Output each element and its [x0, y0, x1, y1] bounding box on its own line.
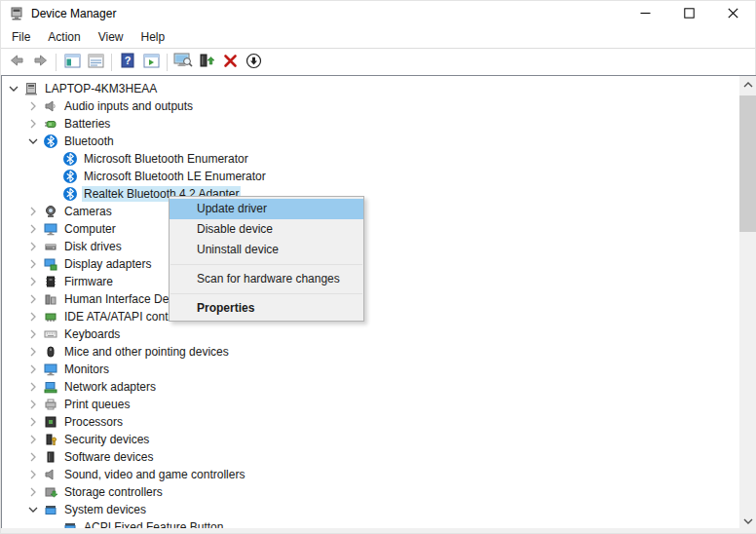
system-icon [43, 502, 58, 517]
scan-hardware-button[interactable] [171, 51, 195, 74]
tree-item-network-adapters[interactable]: Network adapters [2, 378, 739, 396]
scroll-down-button[interactable] [739, 513, 756, 529]
tree-item-storage-controllers[interactable]: Storage controllers [2, 483, 739, 501]
chevron-collapsed-icon[interactable] [25, 362, 41, 377]
tree-item-label: Batteries [62, 116, 112, 132]
tree-item-bluetooth[interactable]: Bluetooth [2, 133, 739, 150]
context-menu-item-disable-device[interactable]: Disable device [170, 219, 363, 240]
menu-file[interactable]: File [3, 27, 39, 47]
uninstall-device-button[interactable] [218, 51, 242, 74]
tree-item-audio-inputs-and-outputs[interactable]: Audio inputs and outputs [2, 97, 739, 115]
chevron-collapsed-icon[interactable] [25, 344, 41, 360]
chevron-collapsed-icon[interactable] [25, 274, 41, 289]
tree-item-label: Audio inputs and outputs [62, 98, 195, 114]
tree-item-sound-video-and-game-controllers[interactable]: Sound, video and game controllers [2, 466, 739, 483]
tree-item-human-interface-devices[interactable]: Human Interface Devices [2, 290, 739, 308]
properties-button[interactable] [84, 51, 107, 74]
chevron-collapsed-icon[interactable] [25, 379, 41, 395]
action-pane-button[interactable] [139, 51, 163, 74]
help-button[interactable]: ? [116, 51, 139, 74]
chevron-collapsed-icon[interactable] [25, 116, 41, 132]
processor-icon [43, 414, 58, 430]
forward-arrow-button[interactable] [28, 51, 52, 74]
menu-action[interactable]: Action [39, 27, 89, 47]
tree-item-mice-and-other-pointing-devices[interactable]: Mice and other pointing devices [2, 343, 739, 361]
close-button[interactable] [711, 1, 755, 26]
chevron-collapsed-icon[interactable] [25, 484, 41, 500]
tree-item-display-adapters[interactable]: Display adapters [2, 255, 739, 273]
tree-item-print-queues[interactable]: Print queues [2, 396, 739, 413]
context-menu-item-uninstall-device[interactable]: Uninstall device [170, 240, 363, 260]
window-title: Device Manager [31, 7, 116, 20]
scan-hardware-icon [173, 53, 193, 72]
context-menu-item-update-driver[interactable]: Update driver [170, 199, 363, 219]
show-console-tree-button[interactable] [60, 51, 84, 74]
back-arrow-button[interactable] [5, 51, 28, 74]
tree-item-laptop-4km3heaa[interactable]: LAPTOP-4KM3HEAA [2, 80, 739, 97]
chevron-collapsed-icon[interactable] [25, 221, 41, 237]
tree-item-system-devices[interactable]: System devices [2, 501, 739, 518]
chevron-placeholder [45, 151, 60, 167]
chevron-collapsed-icon[interactable] [25, 326, 41, 342]
device-tree: LAPTOP-4KM3HEAAAudio inputs and outputsB… [2, 76, 739, 529]
tree-item-cameras[interactable]: Cameras [2, 203, 739, 220]
context-menu-item-properties[interactable]: Properties [170, 298, 363, 319]
network-icon [43, 379, 58, 395]
tree-item-software-devices[interactable]: Software devices [2, 448, 739, 466]
tree-item-processors[interactable]: Processors [2, 413, 739, 431]
minimize-icon [640, 5, 651, 22]
chevron-expanded-icon[interactable] [6, 81, 21, 96]
maximize-button[interactable] [667, 1, 711, 26]
tree-item-microsoft-bluetooth-le-enumerator[interactable]: Microsoft Bluetooth LE Enumerator [2, 168, 739, 185]
maximize-icon [684, 5, 695, 22]
menu-help[interactable]: Help [132, 27, 174, 47]
tree-item-realtek-bluetooth-4-2-adapter[interactable]: Realtek Bluetooth 4.2 Adapter [2, 185, 739, 203]
tree-item-batteries[interactable]: Batteries [2, 115, 739, 133]
action-pane-icon [143, 54, 160, 72]
chevron-collapsed-icon[interactable] [25, 309, 41, 324]
tree-item-label: Mice and other pointing devices [62, 344, 231, 360]
uninstall-device-icon [223, 54, 238, 72]
tree-item-label: System devices [62, 502, 148, 517]
tree-item-microsoft-bluetooth-enumerator[interactable]: Microsoft Bluetooth Enumerator [2, 150, 739, 168]
tree-item-label: Bluetooth [62, 134, 116, 149]
chevron-collapsed-icon[interactable] [25, 449, 41, 465]
tree-item-computer[interactable]: Computer [2, 220, 739, 238]
chevron-collapsed-icon[interactable] [25, 467, 41, 482]
chevron-collapsed-icon[interactable] [25, 432, 41, 447]
chevron-collapsed-icon[interactable] [25, 256, 41, 272]
chevron-collapsed-icon[interactable] [25, 291, 41, 307]
forward-arrow-icon [32, 53, 49, 72]
security-icon [43, 432, 58, 447]
tree-item-monitors[interactable]: Monitors [2, 361, 739, 378]
toolbar-separator [167, 54, 168, 71]
update-driver-button[interactable] [195, 51, 218, 74]
disable-device-button[interactable] [242, 51, 265, 74]
chevron-expanded-icon[interactable] [25, 502, 41, 517]
tree-item-label: Network adapters [62, 379, 158, 395]
monitor-icon [43, 221, 58, 237]
chevron-expanded-icon[interactable] [25, 134, 41, 149]
mouse-icon [43, 344, 58, 360]
tree-item-disk-drives[interactable]: Disk drives [2, 238, 739, 255]
chevron-collapsed-icon[interactable] [25, 414, 41, 430]
chevron-collapsed-icon[interactable] [25, 98, 41, 114]
tree-item-label: Cameras [62, 204, 114, 219]
minimize-button[interactable] [624, 1, 667, 26]
chevron-collapsed-icon[interactable] [25, 397, 41, 412]
audio-icon [43, 98, 58, 114]
tree-item-label: Security devices [62, 432, 151, 447]
tree-item-security-devices[interactable]: Security devices [2, 431, 739, 448]
tree-item-ide-ata-atapi-controllers[interactable]: IDE ATA/ATAPI controllers [2, 308, 739, 325]
tree-item-firmware[interactable]: Firmware [2, 273, 739, 290]
chevron-collapsed-icon[interactable] [25, 204, 41, 219]
scrollbar-thumb[interactable] [739, 95, 756, 232]
context-menu-item-scan-for-hardware-changes[interactable]: Scan for hardware changes [170, 269, 363, 289]
menu-view[interactable]: View [90, 27, 132, 47]
context-menu-separator [170, 293, 362, 294]
chevron-collapsed-icon[interactable] [25, 239, 41, 254]
scroll-up-button[interactable] [739, 76, 756, 93]
vertical-scrollbar[interactable] [739, 76, 756, 529]
tree-item-keyboards[interactable]: Keyboards [2, 325, 739, 343]
software-icon [43, 449, 58, 465]
